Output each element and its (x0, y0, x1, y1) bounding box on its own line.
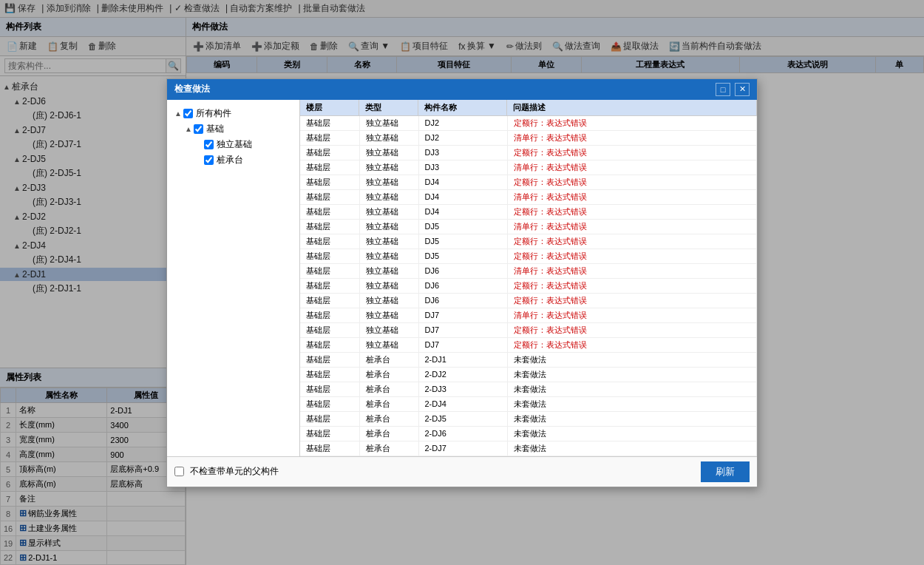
no-check-parent-checkbox[interactable] (174, 467, 184, 476)
modal-tree-panel: ▲所有构件▲基础独立基础桩承台 (167, 100, 300, 456)
modal-data-row: 基础层独立基础DJ5定额行：表达式错误 (300, 234, 757, 248)
modal-data-row: 基础层桩承台2-DJ5未套做法 (300, 411, 757, 426)
modal-data-row: 基础层桩承台2-DJ7未套做法 (300, 441, 757, 456)
modal-data-row: 基础层桩承台2-DJ6未套做法 (300, 426, 757, 441)
modal-tree-item-all[interactable]: ▲所有构件 (173, 106, 293, 121)
modal-titlebar: 检查做法 □ ✕ (167, 79, 757, 100)
modal-tree-item-standalone[interactable]: 独立基础 (173, 137, 293, 152)
modal-table-header: 楼层 类型 构件名称 问题描述 (300, 100, 757, 116)
modal-data-row: 基础层桩承台2-DJ1未套做法 (300, 352, 757, 367)
modal-col-louceng: 楼层 (300, 100, 359, 115)
modal-data-row: 基础层独立基础DJ4定额行：表达式错误 (300, 204, 757, 219)
no-check-parent-label[interactable]: 不检查带单元的父构件 (174, 465, 279, 478)
modal-data-row: 基础层桩承台2-DJ4未套做法 (300, 396, 757, 411)
modal-tree-arrow: ▲ (185, 125, 192, 133)
modal-data-row: 基础层独立基础DJ6定额行：表达式错误 (300, 293, 757, 308)
modal-data-row: 基础层独立基础DJ7清单行：表达式错误 (300, 308, 757, 322)
modal-close-button[interactable]: ✕ (735, 83, 750, 96)
modal-data-row: 基础层独立基础DJ3定额行：表达式错误 (300, 145, 757, 160)
modal-tree-label-all: 所有构件 (196, 107, 231, 120)
modal-data-row: 基础层独立基础DJ3清单行：表达式错误 (300, 160, 757, 175)
modal-data-row: 基础层独立基础DJ7定额行：表达式错误 (300, 322, 757, 337)
modal-data-row: 基础层独立基础DJ7定额行：表达式错误 (300, 337, 757, 352)
modal-tree-label-pilecap: 桩承台 (217, 154, 243, 166)
modal-data-table: 基础层独立基础DJ2定额行：表达式错误基础层独立基础DJ2清单行：表达式错误基础… (300, 116, 757, 456)
modal-tree-checkbox-pilecap[interactable] (204, 155, 214, 165)
modal-data-row: 基础层独立基础DJ2定额行：表达式错误 (300, 116, 757, 131)
modal-data-row: 基础层桩承台2-DJ3未套做法 (300, 382, 757, 396)
modal-title: 检查做法 (174, 83, 210, 95)
no-check-parent-text: 不检查带单元的父构件 (190, 465, 279, 478)
modal-data-container: 基础层独立基础DJ2定额行：表达式错误基础层独立基础DJ2清单行：表达式错误基础… (300, 116, 757, 456)
modal-tree-item-foundation[interactable]: ▲基础 (173, 121, 293, 137)
modal-tree-arrow: ▲ (174, 109, 182, 118)
modal-data-row: 基础层独立基础DJ5清单行：表达式错误 (300, 219, 757, 234)
modal-data-row: 基础层独立基础DJ4清单行：表达式错误 (300, 189, 757, 204)
modal-tree-item-pilecap[interactable]: 桩承台 (173, 152, 293, 168)
modal-tree-label-foundation: 基础 (206, 123, 224, 135)
modal-col-name: 构件名称 (418, 100, 507, 115)
modal-col-wenti: 问题描述 (507, 100, 757, 115)
modal-data-row: 基础层桩承台2-DJ2未套做法 (300, 367, 757, 382)
modal-footer: 不检查带单元的父构件 刷新 (167, 456, 757, 487)
modal-data-row: 基础层独立基础DJ5定额行：表达式错误 (300, 248, 757, 263)
modal-title-buttons: □ ✕ (716, 83, 750, 96)
modal-data-row: 基础层独立基础DJ6清单行：表达式错误 (300, 263, 757, 278)
modal-tree-checkbox-standalone[interactable] (204, 140, 214, 149)
modal-data-row: 基础层独立基础DJ4定额行：表达式错误 (300, 175, 757, 189)
modal-data-row: 基础层独立基础DJ2清单行：表达式错误 (300, 130, 757, 145)
modal-tree-checkbox-all[interactable] (183, 109, 193, 118)
modal-col-leixing: 类型 (359, 100, 418, 115)
refresh-button[interactable]: 刷新 (701, 461, 750, 482)
modal-tree-label-standalone: 独立基础 (217, 138, 252, 151)
modal-restore-button[interactable]: □ (716, 83, 730, 96)
modal-overlay: 检查做法 □ ✕ ▲所有构件▲基础独立基础桩承台 楼层 类型 构件名称 问题描述 (0, 0, 924, 565)
check-method-modal: 检查做法 □ ✕ ▲所有构件▲基础独立基础桩承台 楼层 类型 构件名称 问题描述 (166, 78, 758, 487)
modal-data-panel: 楼层 类型 构件名称 问题描述 基础层独立基础DJ2定额行：表达式错误基础层独立… (300, 100, 757, 456)
modal-body: ▲所有构件▲基础独立基础桩承台 楼层 类型 构件名称 问题描述 基础层独立基础D… (167, 100, 757, 456)
modal-data-row: 基础层独立基础DJ6定额行：表达式错误 (300, 278, 757, 293)
modal-tree-checkbox-foundation[interactable] (194, 124, 203, 134)
